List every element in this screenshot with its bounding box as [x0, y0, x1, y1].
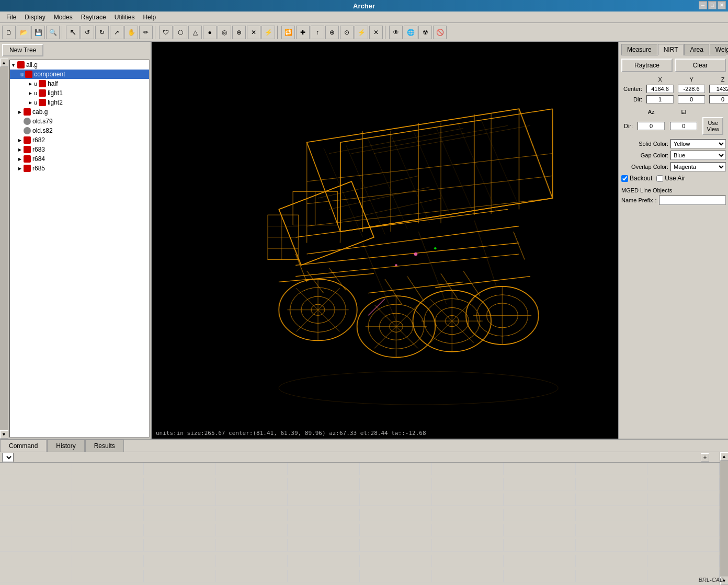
tb-delete[interactable]: ✕ [369, 26, 383, 39]
grid-cell[interactable] [432, 509, 504, 521]
grid-cell[interactable] [0, 494, 72, 506]
grid-cell[interactable] [360, 570, 432, 582]
solid-color-select[interactable]: Yellow Red Green Blue White [670, 139, 726, 148]
tree-item-r682[interactable]: ▸ r682 [10, 135, 149, 145]
grid-cell[interactable] [576, 539, 648, 552]
grid-cell[interactable] [360, 509, 432, 521]
tb-earth[interactable]: 🌐 [404, 26, 417, 39]
tree-item-r683[interactable]: ▸ r683 [10, 145, 149, 154]
dir1-z-input[interactable] [709, 95, 728, 104]
grid-cell[interactable] [647, 539, 720, 552]
grid-cell[interactable] [144, 570, 216, 582]
grid-cell[interactable] [360, 524, 432, 536]
tb-ring[interactable]: ⊙ [340, 26, 354, 39]
grid-cell[interactable] [576, 509, 648, 521]
add-column-btn[interactable]: + [701, 453, 709, 462]
grid-cell[interactable] [144, 463, 216, 475]
scroll-up-btn[interactable]: ▲ [0, 59, 8, 67]
grid-cell[interactable] [0, 570, 72, 582]
tb-pencil[interactable]: ✏ [139, 26, 153, 39]
tb-shield[interactable]: 🛡 [159, 26, 173, 39]
tree-item-light2[interactable]: ▸ u light2 [10, 98, 149, 107]
grid-cell[interactable] [432, 524, 504, 536]
window-controls[interactable]: ─ □ ✕ [699, 1, 726, 9]
grid-cell[interactable] [0, 539, 72, 552]
grid-cell[interactable] [72, 524, 144, 536]
grid-cell[interactable] [504, 539, 576, 552]
tab-weight[interactable]: Weight [710, 44, 728, 55]
grid-cell[interactable] [504, 509, 576, 521]
tab-command[interactable]: Command [0, 440, 47, 452]
grid-cell[interactable] [647, 494, 720, 506]
tb-new[interactable]: 🗋 [2, 26, 16, 39]
grid-cell[interactable] [647, 463, 720, 475]
grid-cell[interactable] [504, 524, 576, 536]
grid-cell[interactable] [216, 555, 288, 567]
grid-cell[interactable] [0, 463, 72, 475]
grid-cell[interactable] [576, 524, 648, 536]
tb-crosshair[interactable]: ⊕ [325, 26, 339, 39]
tb-lightning[interactable]: ⚡ [261, 26, 275, 39]
tb-hand[interactable]: ✋ [124, 26, 138, 39]
tb-circle[interactable]: ● [203, 26, 217, 39]
grid-cell[interactable] [432, 555, 504, 567]
tb-rotate2[interactable]: ↻ [95, 26, 109, 39]
tree-item-cab-g[interactable]: ▸ cab.g [10, 107, 149, 117]
grid-cell[interactable] [576, 478, 648, 490]
grid-cell[interactable] [0, 555, 72, 567]
scroll-down-btn[interactable]: ▼ [0, 430, 8, 439]
maximize-btn[interactable]: □ [708, 1, 716, 9]
grid-cell[interactable] [504, 494, 576, 506]
tb-reset[interactable]: 🔁 [281, 26, 295, 39]
tab-area[interactable]: Area [684, 44, 709, 55]
center-y-input[interactable] [678, 85, 705, 93]
grid-cell[interactable] [576, 570, 648, 582]
tab-measure[interactable]: Measure [621, 44, 657, 55]
tree-item-r685[interactable]: ▸ r685 [10, 164, 149, 173]
tb-no[interactable]: 🚫 [433, 26, 447, 39]
tb-eye[interactable]: 👁 [389, 26, 403, 39]
overlap-color-select[interactable]: Magenta Red Yellow Blue White [670, 162, 726, 171]
menu-file[interactable]: File [2, 13, 20, 22]
grid-cell[interactable] [360, 478, 432, 490]
grid-cell[interactable] [288, 463, 360, 475]
grid-cell[interactable] [72, 539, 144, 552]
raytrace-button[interactable]: Raytrace [621, 59, 673, 72]
close-btn[interactable]: ✕ [718, 1, 726, 9]
dir1-x-input[interactable] [646, 95, 674, 104]
grid-cell[interactable] [288, 524, 360, 536]
tree-item-half[interactable]: ▸ u half [10, 79, 149, 88]
tree-item-all-g[interactable]: ▾ all.g [10, 60, 149, 70]
dir2-az-input[interactable] [638, 122, 665, 130]
dir1-y-input[interactable] [678, 95, 705, 104]
tab-nirt[interactable]: NIRT [658, 44, 684, 55]
grid-cell[interactable] [216, 539, 288, 552]
grid-cell[interactable] [647, 555, 720, 567]
grid-cell[interactable] [144, 478, 216, 490]
grid-cell[interactable] [432, 478, 504, 490]
center-z-input[interactable] [709, 85, 728, 93]
tree-scrollbar[interactable]: ▲ ▼ [0, 59, 8, 439]
tb-save[interactable]: 💾 [31, 26, 45, 39]
tb-search[interactable]: 🔍 [46, 26, 60, 39]
menu-help[interactable]: Help [139, 13, 160, 22]
scroll-up-bottom[interactable]: ▲ [720, 452, 729, 461]
name-prefix-input[interactable] [659, 196, 726, 205]
grid-cell[interactable] [144, 555, 216, 567]
minimize-btn[interactable]: ─ [699, 1, 707, 9]
grid-cell[interactable] [647, 524, 720, 536]
grid-cell[interactable] [72, 478, 144, 490]
menu-utilities[interactable]: Utilities [110, 13, 139, 22]
tb-arrow[interactable]: ↗ [110, 26, 123, 39]
grid-cell[interactable] [216, 494, 288, 506]
tb-open[interactable]: 📂 [17, 26, 30, 39]
grid-cell[interactable] [72, 509, 144, 521]
tb-target[interactable]: ◎ [218, 26, 231, 39]
backout-label[interactable]: Backout [621, 175, 652, 182]
grid-cell[interactable] [288, 494, 360, 506]
grid-cell[interactable] [432, 494, 504, 506]
grid-cell[interactable] [0, 524, 72, 536]
grid-cell[interactable] [216, 509, 288, 521]
grid-cell[interactable] [432, 570, 504, 582]
column-selector[interactable] [2, 453, 14, 462]
